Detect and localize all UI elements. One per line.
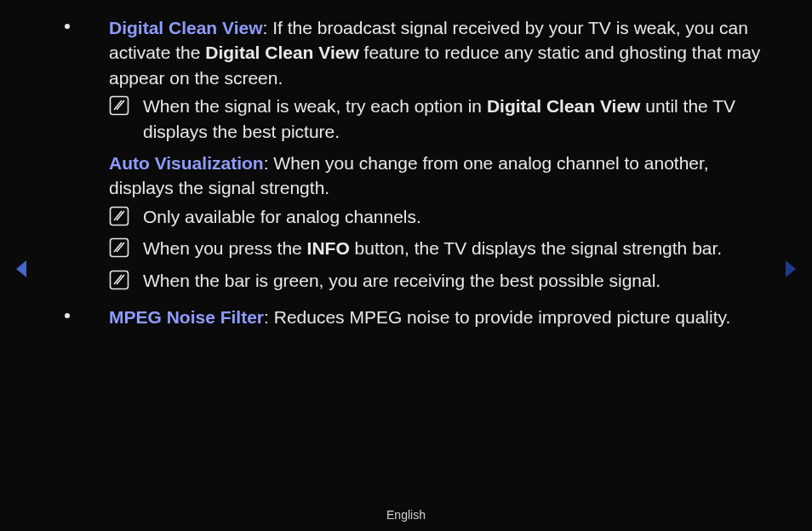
note-row: When you press the INFO button, the TV d… [109, 232, 761, 264]
nav-next-button[interactable] [775, 254, 805, 284]
note-text: When the signal is weak, try each option… [143, 94, 761, 144]
help-content: Digital Clean View: If the broadcast sig… [0, 0, 812, 329]
note-icon [109, 95, 129, 116]
bullet-icon [65, 313, 70, 318]
svg-rect-4 [111, 239, 129, 257]
note-row: When the bar is green, you are receiving… [109, 265, 761, 296]
svg-marker-0 [16, 260, 26, 277]
svg-marker-1 [786, 260, 796, 277]
nav-prev-button[interactable] [7, 254, 37, 284]
note-row: When the signal is weak, try each option… [109, 90, 761, 147]
info-button-label: INFO [307, 238, 350, 258]
term-inline: Digital Clean View [205, 43, 359, 62]
sub-section: Auto Visualization: When you change from… [109, 151, 761, 296]
bullet-icon [65, 24, 70, 29]
term-inline: Digital Clean View [487, 96, 641, 116]
list-item: MPEG Noise Filter: Reduces MPEG noise to… [85, 305, 761, 329]
svg-rect-3 [111, 207, 129, 225]
note-text: When you press the INFO button, the TV d… [143, 236, 761, 260]
note-icon [109, 237, 129, 258]
term-label: MPEG Noise Filter [109, 307, 264, 327]
note-icon [109, 270, 129, 290]
note-text: When the bar is green, you are receiving… [143, 268, 761, 293]
note-row: Only available for analog channels. [109, 201, 761, 232]
note-icon [109, 206, 129, 226]
note-text: Only available for analog channels. [143, 204, 761, 229]
subitem-description: Auto Visualization: When you change from… [109, 151, 761, 201]
svg-rect-2 [111, 97, 129, 115]
list-item: Digital Clean View: If the broadcast sig… [85, 15, 761, 296]
term-label: Digital Clean View [109, 18, 263, 37]
svg-rect-5 [111, 271, 129, 288]
triangle-left-icon [14, 259, 31, 279]
item-description: MPEG Noise Filter: Reduces MPEG noise to… [109, 305, 761, 329]
footer-language: English [0, 507, 812, 524]
triangle-right-icon [781, 259, 798, 279]
item-description: Digital Clean View: If the broadcast sig… [109, 15, 761, 90]
term-label: Auto Visualization [109, 153, 264, 173]
